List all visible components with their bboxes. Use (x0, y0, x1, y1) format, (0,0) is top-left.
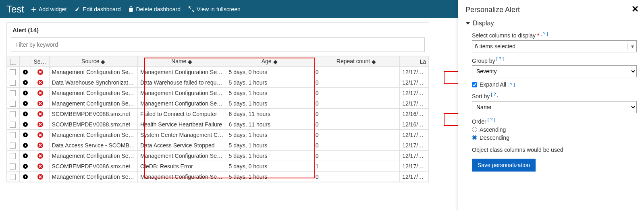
help-icon[interactable]: [ ? ] (497, 56, 504, 61)
source-cell: Data Warehouse Synchronization Se (49, 77, 137, 88)
table-row[interactable]: SCOMBEMPDEV0088.smx.netFailed to Connect… (7, 109, 429, 119)
header-age[interactable]: Age◆ (226, 56, 313, 67)
edit-dashboard-button[interactable]: Edit dashboard (75, 6, 120, 12)
row-expand[interactable] (19, 77, 31, 88)
columns-selected-text: 6 items selected (475, 43, 515, 50)
expand-icon (189, 6, 194, 12)
header-name[interactable]: Name◆ (138, 56, 226, 67)
table-row[interactable]: Management Configuration ServiceManageme… (7, 98, 429, 109)
save-personalization-button[interactable]: Save personalization (472, 159, 536, 172)
row-expand[interactable] (19, 67, 31, 77)
row-checkbox[interactable] (7, 161, 20, 172)
expand-all-label: Expand All (480, 81, 506, 88)
row-checkbox[interactable] (7, 77, 20, 88)
select-columns-label: Select columns to display *[ ? ] (472, 31, 637, 39)
row-expand[interactable] (19, 119, 31, 130)
row-checkbox[interactable] (7, 172, 20, 182)
add-widget-button[interactable]: Add widget (31, 6, 66, 12)
name-cell: System Center Management Configu (138, 130, 226, 140)
row-checkbox[interactable] (7, 130, 20, 140)
table-row[interactable]: Management Configuration ServiceManageme… (7, 172, 429, 182)
row-checkbox[interactable] (7, 88, 20, 98)
personalize-drawer: Personalize Alert Display Select columns… (458, 0, 644, 211)
last-cell: 12/17/2020 (400, 77, 429, 88)
error-icon (37, 163, 44, 170)
delete-dashboard-button[interactable]: Delete dashboard (129, 6, 181, 12)
header-checkbox[interactable] (7, 56, 20, 67)
close-button[interactable] (632, 4, 638, 14)
header-source[interactable]: Source◆ (49, 56, 137, 67)
chevron-right-icon (23, 80, 28, 85)
row-checkbox[interactable] (7, 151, 20, 161)
severity-icon-cell (31, 140, 49, 151)
repeat-cell: 0 (313, 119, 399, 130)
severity-icon-cell (31, 130, 49, 140)
order-descending-radio[interactable] (472, 135, 477, 140)
row-checkbox[interactable] (7, 67, 20, 77)
display-section-toggle[interactable]: Display (465, 20, 637, 27)
table-row[interactable]: Management Configuration ServiceManageme… (7, 88, 429, 98)
name-cell: Management Configuration Service (138, 151, 226, 161)
severity-icon-cell (31, 109, 49, 119)
last-cell: 12/17/2020 (400, 88, 429, 98)
source-cell: SCOMBEMPDEV0086.smx.net (49, 161, 137, 172)
plus-icon (31, 7, 36, 12)
source-cell: Management Configuration Service (49, 98, 137, 109)
header-last[interactable]: La (400, 56, 429, 67)
row-checkbox[interactable] (7, 109, 20, 119)
row-checkbox[interactable] (7, 140, 20, 151)
last-cell: 12/17/2020 (400, 161, 429, 172)
row-checkbox[interactable] (7, 98, 20, 109)
table-row[interactable]: Management Configuration ServiceSystem C… (7, 130, 429, 140)
table-row[interactable]: SCOMBEMPDEV0088.smx.netHealth Service He… (7, 119, 429, 130)
group-by-select[interactable]: Severity (472, 65, 637, 77)
row-expand[interactable] (19, 98, 31, 109)
help-icon[interactable]: [ ? ] (540, 31, 548, 36)
table-row[interactable]: Management Configuration ServiceManageme… (7, 151, 429, 161)
last-cell: 12/17/2020 (400, 140, 429, 151)
repeat-cell: 0 (313, 77, 399, 88)
sort-icon: ◆ (273, 58, 278, 65)
error-icon (37, 153, 44, 159)
table-row[interactable]: Management Configuration ServiceManageme… (7, 67, 429, 77)
fullscreen-button[interactable]: View in fullscreen (189, 6, 241, 12)
columns-multiselect[interactable]: 6 items selected ▾ (472, 40, 637, 52)
filter-input[interactable] (11, 37, 425, 52)
row-expand[interactable] (19, 172, 31, 182)
order-ascending-label: Ascending (480, 126, 506, 133)
caret-down-icon (465, 21, 470, 26)
name-cell: Management Configuration Service (138, 172, 226, 182)
display-section-label: Display (473, 20, 494, 27)
row-expand[interactable] (19, 88, 31, 98)
table-row[interactable]: Data Warehouse Synchronization SeData Wa… (7, 77, 429, 88)
age-cell: 5 days, 0 hours (226, 67, 313, 77)
help-icon[interactable]: [ ? ] (507, 82, 515, 87)
source-cell: Management Configuration Service (49, 151, 137, 161)
sort-by-select[interactable]: Name (472, 101, 637, 113)
row-checkbox[interactable] (7, 119, 20, 130)
row-expand[interactable] (19, 109, 31, 119)
header-severity[interactable]: Sever (31, 56, 49, 67)
table-row[interactable]: SCOMBEMPDEV0086.smx.netOleDB: Results Er… (7, 161, 429, 172)
edit-dashboard-label: Edit dashboard (83, 6, 120, 12)
row-expand[interactable] (19, 151, 31, 161)
row-expand[interactable] (19, 140, 31, 151)
expand-all-checkbox[interactable] (472, 82, 477, 87)
header-repeat[interactable]: Repeat count◆ (313, 56, 399, 67)
table-row[interactable]: Data Access Service - SCOMBEMPDEData Acc… (7, 140, 429, 151)
row-expand[interactable] (19, 130, 31, 140)
age-cell: 5 days, 1 hours (226, 151, 313, 161)
chevron-right-icon (23, 163, 28, 169)
dashboard-title: Test (6, 4, 24, 15)
chevron-right-icon (23, 143, 28, 148)
order-ascending-radio[interactable] (472, 127, 477, 132)
name-cell: Health Service Heartbeat Failure (138, 119, 226, 130)
alert-panel: Alert (14) Sever Source◆ Name◆ Age◆ Repe… (6, 22, 429, 182)
sort-icon: ◆ (101, 58, 105, 65)
help-icon[interactable]: [ ? ] (488, 117, 495, 122)
sort-icon: ◆ (372, 58, 376, 65)
row-expand[interactable] (19, 161, 31, 172)
error-icon (37, 100, 44, 107)
chevron-right-icon (23, 90, 28, 96)
help-icon[interactable]: [ ? ] (491, 92, 498, 97)
